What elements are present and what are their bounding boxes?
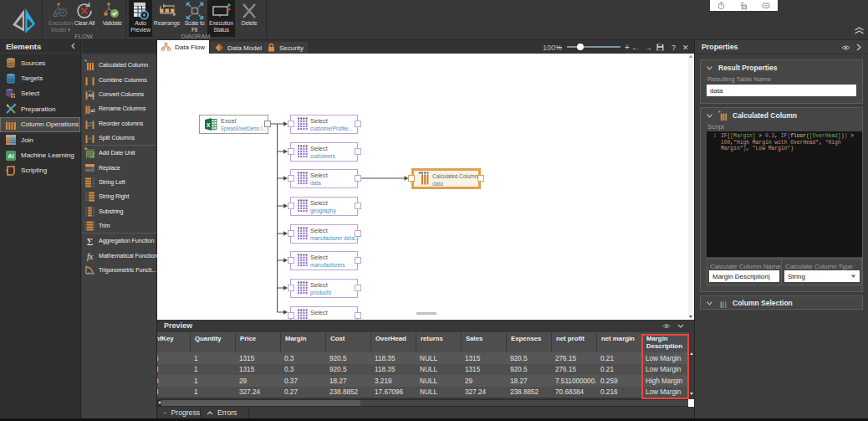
- svg-text:Select: Select: [310, 254, 329, 261]
- svg-text:manufacturers: manufacturers: [310, 262, 345, 268]
- svg-text:Select: Select: [310, 199, 329, 207]
- svg-text:Calculated Column.: Calculated Column.: [432, 172, 479, 180]
- svg-text:data: data: [432, 181, 443, 187]
- svg-text:aD: aD: [90, 108, 95, 113]
- svg-text:Select: Select: [310, 281, 329, 289]
- svg-text:Excel: Excel: [221, 117, 237, 125]
- svg-text:fx: fx: [87, 251, 94, 260]
- svg-text:X: X: [207, 122, 211, 128]
- svg-text:manufacturer deta...: manufacturer deta...: [310, 235, 359, 241]
- svg-text:Σ: Σ: [87, 235, 93, 246]
- svg-text:Select: Select: [310, 309, 329, 316]
- svg-text:h: h: [91, 93, 94, 98]
- svg-text:products: products: [310, 290, 332, 296]
- svg-text:a: a: [88, 270, 89, 274]
- svg-text:Select: Select: [310, 117, 329, 125]
- svg-text:AI: AI: [8, 152, 14, 160]
- svg-text:Select: Select: [310, 145, 329, 152]
- svg-text:data: data: [310, 180, 321, 186]
- svg-text:customers: customers: [310, 153, 336, 159]
- svg-text:customerProfile...: customerProfile...: [310, 126, 353, 131]
- svg-text:SpreadSheetDemo I...: SpreadSheetDemo I...: [221, 126, 266, 132]
- svg-text:geography: geography: [310, 208, 336, 214]
- svg-text:Select: Select: [310, 172, 329, 179]
- svg-text:Select: Select: [310, 227, 329, 234]
